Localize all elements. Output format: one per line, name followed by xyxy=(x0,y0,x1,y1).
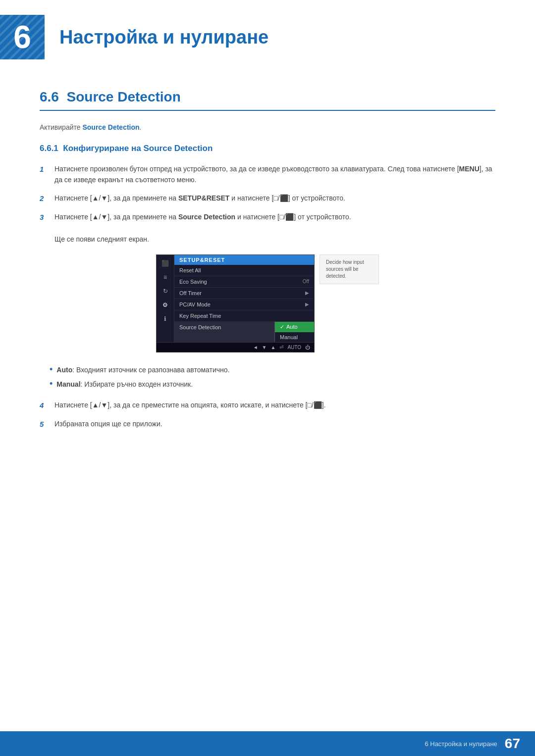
screen-wrapper: ⬛ ≡ ↻ ⚙ ℹ SETUP&RESET Reset All xyxy=(156,254,379,353)
footer-page-number: 67 xyxy=(505,736,520,752)
chapter-number-block: 6 xyxy=(0,15,45,59)
submenu-auto-label: Auto xyxy=(286,324,298,330)
menu-item-value: Off xyxy=(303,279,309,284)
step-number: 1 xyxy=(40,163,48,186)
step-number: 3 xyxy=(40,211,48,245)
power-btn: ⏻ xyxy=(305,345,310,350)
nav-left-btn: ◄ xyxy=(253,345,258,350)
enter-btn: ⏎ xyxy=(279,345,283,350)
step-number-5: 5 xyxy=(40,418,48,430)
step-text-5: Избраната опция ще се приложи. xyxy=(54,418,495,430)
section-title: 6.6 Source Detection xyxy=(40,89,495,111)
bullet-dot: • xyxy=(50,379,53,390)
menu-item-label: Off Timer xyxy=(179,290,202,296)
contrast-icon: ≡ xyxy=(160,273,171,282)
menu-item-pcav: PC/AV Mode ▶ xyxy=(174,299,314,310)
step-item: 3 Натиснете [▲/▼], за да преминете на So… xyxy=(40,211,495,245)
nav-down-btn: ▼ xyxy=(262,345,267,350)
menu-item-eco: Eco Saving Off xyxy=(174,276,314,288)
chapter-number: 6 xyxy=(13,19,31,55)
step-number: 2 xyxy=(40,193,48,204)
step-text: Натиснете [▲/▼], за да преминете на SETU… xyxy=(54,193,495,204)
step-item-5: 5 Избраната опция ще се приложи. xyxy=(40,418,495,430)
footer-chapter-text: 6 Настройка и нулиране xyxy=(425,740,497,748)
bullet-dot: • xyxy=(50,365,53,375)
intro-text: Активирайте Source Detection. xyxy=(40,123,495,131)
menu-item-source: Source Detection ✓ Auto Manual xyxy=(174,322,314,342)
step-list: 1 Натиснете произволен бутон отпред на у… xyxy=(40,163,495,245)
check-icon: ✓ xyxy=(280,324,284,330)
chapter-title: Настройка и нулиране xyxy=(59,27,268,48)
step-item: 2 Натиснете [▲/▼], за да преминете на SE… xyxy=(40,193,495,204)
source-detection-label: Source Detection xyxy=(174,322,274,342)
page-footer: 6 Настройка и нулиране 67 xyxy=(0,731,535,756)
menu-item-label: Reset All xyxy=(179,267,201,273)
menu-header: SETUP&RESET xyxy=(174,255,314,265)
bullet-text-manual: Manual: Избирате ръчно входен източник. xyxy=(56,379,193,390)
settings-icon: ⚙ xyxy=(160,301,171,309)
step-item-4: 4 Натиснете [▲/▼], за да се преместите н… xyxy=(40,400,495,411)
menu-item-reset: Reset All xyxy=(174,265,314,276)
nav-up-btn: ▲ xyxy=(270,345,275,350)
arrow-icon: ▶ xyxy=(305,302,309,307)
bullet-text-auto: Auto: Входният източник се разпознава ав… xyxy=(56,365,229,375)
source-submenu: ✓ Auto Manual xyxy=(274,322,314,342)
menu-icons-col: ⬛ ≡ ↻ ⚙ ℹ xyxy=(157,255,174,342)
subsection-title: 6.6.1 Конфигуриране на Source Detection xyxy=(40,144,495,153)
step-text-4: Натиснете [▲/▼], за да се преместите на … xyxy=(54,400,495,411)
color-icon: ↻ xyxy=(160,287,171,296)
submenu-auto: ✓ Auto xyxy=(275,322,314,332)
step-number-4: 4 xyxy=(40,400,48,411)
menu-content-col: SETUP&RESET Reset All Eco Saving Off Off… xyxy=(174,255,314,342)
step-text: Натиснете произволен бутон отпред на уст… xyxy=(54,163,495,186)
screen-container: ⬛ ≡ ↻ ⚙ ℹ SETUP&RESET Reset All xyxy=(40,254,495,353)
monitor-menu: ⬛ ≡ ↻ ⚙ ℹ SETUP&RESET Reset All xyxy=(156,254,315,353)
main-content: 6.6 Source Detection Активирайте Source … xyxy=(0,74,535,490)
bullet-item-auto: • Auto: Входният източник се разпознава … xyxy=(50,365,495,375)
menu-item-label: PC/AV Mode xyxy=(179,302,211,307)
hint-box: Decide how input sources will be detecte… xyxy=(320,254,379,284)
arrow-icon: ▶ xyxy=(305,290,309,296)
submenu-manual-label: Manual xyxy=(280,334,298,340)
step-item: 1 Натиснете произволен бутон отпред на у… xyxy=(40,163,495,186)
menu-item-label: Key Repeat Time xyxy=(179,313,221,319)
menu-bottom-bar: ◄ ▼ ▲ ⏎ AUTO ⏻ xyxy=(157,342,314,352)
auto-btn: AUTO xyxy=(287,345,301,350)
step-list-2: 4 Натиснете [▲/▼], за да се преместите н… xyxy=(40,400,495,430)
menu-sidebar: ⬛ ≡ ↻ ⚙ ℹ SETUP&RESET Reset All xyxy=(157,255,314,342)
bullet-item-manual: • Manual: Избирате ръчно входен източник… xyxy=(50,379,495,390)
menu-item-label: Eco Saving xyxy=(179,279,207,285)
menu-item-keyrepeat: Key Repeat Time xyxy=(174,310,314,322)
page-header: 6 Настройка и нулиране xyxy=(0,0,535,69)
submenu-manual: Manual xyxy=(275,332,314,342)
bullet-list: • Auto: Входният източник се разпознава … xyxy=(50,365,495,390)
menu-item-timer: Off Timer ▶ xyxy=(174,288,314,299)
brightness-icon: ⬛ xyxy=(160,259,171,268)
info-icon: ℹ xyxy=(160,314,171,323)
step-text: Натиснете [▲/▼], за да преминете на Sour… xyxy=(54,211,495,245)
